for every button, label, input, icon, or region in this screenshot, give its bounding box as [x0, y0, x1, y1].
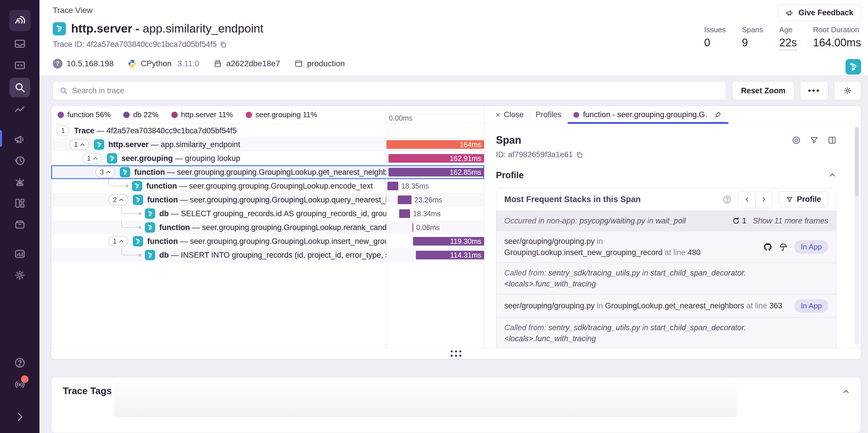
chevron-up-icon[interactable] — [828, 171, 837, 180]
legend-item-db: db 22% — [123, 110, 158, 119]
profile-section-header[interactable]: Profile — [496, 170, 849, 181]
span-tree-row[interactable]: 2function — seer.grouping.grouping.Group… — [51, 193, 484, 207]
sidebar-item-search[interactable] — [9, 78, 30, 97]
open-profile-button[interactable]: Profile — [779, 191, 828, 208]
span-tree-row[interactable]: 1Trace — 4f2a57ea703840cc9c1bca7d05bf54f… — [51, 124, 484, 137]
span-tree-row[interactable]: 1function — seer.grouping.grouping.Group… — [51, 234, 484, 248]
stack-pager — [738, 191, 772, 208]
span-duration-bar[interactable] — [398, 195, 411, 204]
trace-tree-header: function 56%db 22%http.server 11%seer.gr… — [51, 106, 484, 124]
detail-scrollbar[interactable] — [855, 126, 859, 345]
span-duration-cell[interactable]: 23.26ms — [386, 193, 484, 207]
children-count-badge[interactable]: 3 — [95, 167, 115, 178]
reset-zoom-button[interactable]: Reset Zoom — [732, 81, 795, 100]
span-duration-cell[interactable]: 114.31ms — [386, 248, 484, 262]
children-count-badge[interactable]: 1 — [69, 139, 89, 150]
span-duration-bar[interactable]: 162.85ms — [389, 168, 484, 177]
seer-icon[interactable] — [779, 242, 788, 252]
span-row-label: db — INSERT INTO grouping_records (id, p… — [159, 251, 386, 260]
span-duration-cell[interactable]: 119.30ms — [386, 234, 484, 248]
sentry-logo[interactable] — [9, 10, 31, 31]
close-tab-button[interactable]: × Close — [490, 106, 530, 124]
span-duration-bar[interactable] — [388, 182, 398, 190]
show-more-frames-link[interactable]: Show 11 more frames — [753, 216, 828, 225]
focus-icon[interactable] — [792, 135, 801, 145]
span-duration-cell[interactable]: 18.34ms — [386, 207, 484, 220]
copy-icon[interactable] — [219, 41, 227, 49]
prev-stack-button[interactable] — [739, 191, 755, 208]
span-duration-cell[interactable]: 162.85ms — [386, 165, 484, 179]
filter-icon[interactable] — [810, 135, 819, 145]
frame-text: Called from: sentry_sdk/tracing_utils.py… — [504, 322, 828, 344]
children-count-badge[interactable]: 2 — [108, 194, 128, 205]
github-icon[interactable] — [763, 242, 772, 252]
sidebar-item-whats-new[interactable] — [9, 375, 30, 393]
meta-runtime: CPython 3.11.0 — [128, 59, 199, 68]
span-duration-bar[interactable]: 114.31ms — [416, 251, 484, 259]
sidebar-item-alerts[interactable] — [9, 173, 30, 191]
span-duration-cell[interactable]: 164ms — [386, 137, 484, 151]
sidebar-item-help[interactable] — [9, 354, 30, 371]
span-tree-row[interactable]: db — INSERT INTO grouping_records (id, p… — [51, 248, 484, 262]
sidebar-item-stats[interactable] — [9, 245, 30, 262]
span-op-icon — [94, 140, 104, 150]
span-tree-row[interactable]: 1http.server — app.similarity_endpoint16… — [51, 137, 484, 151]
gear-icon — [843, 86, 852, 95]
next-stack-button[interactable] — [755, 191, 772, 208]
span-row-label: db — SELECT grouping_records.id AS group… — [159, 209, 386, 218]
search-input[interactable] — [72, 86, 720, 95]
span-duration-bar[interactable]: 164ms — [386, 140, 484, 149]
stack-frame-row[interactable]: seer/grouping/grouping.py in GroupingLoo… — [496, 294, 836, 317]
drag-handle[interactable] — [451, 350, 462, 357]
span-tree-row[interactable]: 3function — seer.grouping.grouping.Group… — [51, 165, 484, 179]
span-tree-row[interactable]: 1seer.grouping — grouping lookup162.91ms — [51, 151, 484, 165]
help-circle-icon[interactable] — [722, 195, 732, 205]
app-root: Trace View Give Feedback http.server - a… — [0, 0, 868, 433]
sidebar-item-explore[interactable] — [9, 56, 30, 74]
span-tree-rows: 1Trace — 4f2a57ea703840cc9c1bca7d05bf54f… — [51, 124, 484, 262]
copy-icon[interactable] — [576, 151, 583, 159]
chevron-up-icon[interactable] — [842, 387, 850, 396]
tab-span-function[interactable]: function - seer.grouping.grouping.G… — [568, 106, 728, 124]
sidebar-collapse-button[interactable] — [9, 408, 30, 426]
sidebar-item-feedback[interactable] — [9, 131, 30, 148]
trace-settings-button[interactable] — [834, 81, 861, 100]
span-tree-row[interactable]: function — seer.grouping.grouping.Groupi… — [51, 179, 484, 193]
children-count-badge[interactable]: 1 — [108, 236, 128, 247]
sidebar-item-settings[interactable] — [9, 267, 30, 284]
span-duration-bar[interactable]: 119.30ms — [413, 237, 484, 246]
span-duration-cell[interactable]: 0.06ms — [386, 220, 484, 234]
sidebar-item-issues[interactable] — [9, 35, 30, 52]
stat-root-duration: Root Duration164.00ms — [813, 25, 861, 51]
span-row-label: Trace — 4f2a57ea703840cc9c1bca7d05bf54f5 — [74, 126, 237, 135]
span-duration-bar[interactable] — [412, 223, 413, 232]
trace-search[interactable] — [53, 81, 726, 100]
span-duration-cell[interactable] — [386, 124, 484, 137]
span-tree-row[interactable]: function — seer.grouping.grouping.Groupi… — [51, 220, 484, 234]
pin-tab-button[interactable] — [711, 108, 724, 122]
more-options-button[interactable]: ••• — [800, 81, 828, 100]
sidebar-item-dashboards[interactable] — [9, 195, 30, 212]
split-layout-icon[interactable] — [827, 135, 837, 145]
span-id[interactable]: ID: af7982659f3a1e61 — [496, 150, 849, 159]
span-row-label: function — seer.grouping.grouping.Groupi… — [147, 195, 386, 205]
legend-dot — [172, 112, 178, 118]
page-header: Trace View Give Feedback http.server - a… — [39, 0, 868, 76]
stack-frame-row[interactable]: seer/grouping/grouping.py in GroupingLoo… — [496, 231, 836, 262]
give-feedback-button[interactable]: Give Feedback — [778, 5, 861, 21]
sidebar-item-replays[interactable] — [9, 152, 30, 169]
children-count-badge[interactable]: 1 — [82, 153, 102, 164]
tab-profiles[interactable]: Profiles — [530, 106, 567, 124]
repeat-count: 1 — [732, 216, 746, 225]
sidebar-item-releases[interactable] — [9, 216, 30, 233]
span-op-icon — [145, 209, 155, 219]
most-frequent-stacks-card: Most Frequent Stacks in this Span Profil… — [496, 188, 837, 348]
sidebar-item-metrics[interactable] — [9, 101, 30, 119]
span-duration-bar[interactable] — [399, 209, 410, 218]
span-tree-row[interactable]: db — SELECT grouping_records.id AS group… — [51, 207, 484, 220]
span-duration-cell[interactable]: 18.35ms — [386, 179, 484, 193]
children-count-badge[interactable]: 1 — [57, 125, 69, 136]
span-duration-label: 18.35ms — [401, 182, 429, 190]
span-duration-bar[interactable]: 162.91ms — [389, 154, 484, 163]
span-duration-cell[interactable]: 162.91ms — [386, 151, 484, 165]
